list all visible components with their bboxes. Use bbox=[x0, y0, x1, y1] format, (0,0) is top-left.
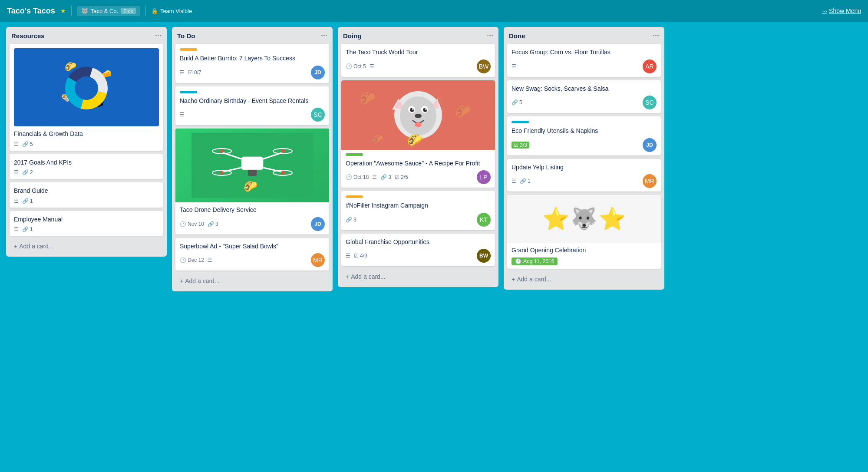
visibility-button[interactable]: 🔒 Team Visible bbox=[151, 8, 192, 14]
card-nacho[interactable]: Nacho Ordinary Birthday - Event Space Re… bbox=[175, 86, 329, 125]
svg-text:🌮: 🌮 bbox=[407, 133, 422, 147]
card-title-taco-tour: The Taco Truck World Tour bbox=[346, 48, 491, 57]
card-footer-eco: ☑ 3/3 JD bbox=[512, 138, 657, 152]
plus-icon-done: + bbox=[512, 276, 515, 283]
card-instagram[interactable]: #NoFiller Instagram Campaign 🔗 3 KT bbox=[341, 191, 495, 230]
card-title-awesome: Operation "Awesome Sauce" - A Recipe For… bbox=[346, 159, 491, 168]
card-employee[interactable]: Employee Manual ☰ 🔗 1 bbox=[10, 211, 163, 236]
workspace-badge: Free bbox=[121, 8, 136, 14]
card-title-grand: Grand Opening Celebration bbox=[512, 246, 657, 255]
workspace-icon: 🐺 bbox=[81, 8, 88, 14]
wolf-party-icon: 🐺 bbox=[571, 207, 597, 231]
column-header-todo: To Do ··· bbox=[172, 27, 333, 44]
divider-1 bbox=[71, 6, 72, 16]
card-footer-franchise: ☰ ☑ 4/9 BW bbox=[346, 249, 491, 263]
svg-point-41 bbox=[425, 108, 427, 110]
column-title-done: Done bbox=[509, 32, 525, 40]
add-card-resources[interactable]: + Add a card... bbox=[10, 239, 163, 253]
workspace-button[interactable]: 🐺 Taco & Co. Free bbox=[77, 6, 140, 16]
clock-icon-drone: 🕐 Nov 10 bbox=[180, 221, 204, 227]
card-goals[interactable]: 2017 Goals And KPIs ☰ 🔗 2 bbox=[10, 154, 163, 179]
avatar-awesome: LP bbox=[477, 170, 491, 184]
card-focus-group[interactable]: Focus Group: Corn vs. Flour Tortillas ☰ … bbox=[507, 44, 661, 77]
column-menu-done[interactable]: ··· bbox=[653, 31, 659, 40]
svg-point-8 bbox=[77, 79, 96, 98]
divider-2 bbox=[145, 6, 146, 16]
plus-icon-todo: + bbox=[180, 277, 183, 284]
card-footer-instagram: 🔗 3 KT bbox=[346, 213, 491, 227]
column-doing: Doing ··· The Taco Truck World Tour 🕐 Oc… bbox=[338, 27, 498, 287]
clock-icon-tour: 🕐 Oct 5 bbox=[346, 63, 366, 69]
card-franchise[interactable]: Global Franchise Opportunities ☰ ☑ 4/9 B… bbox=[341, 234, 495, 267]
card-cover-grand: ⭐ 🐺 ⭐ bbox=[507, 195, 661, 243]
card-footer-swag: 🔗 5 SC bbox=[512, 96, 657, 109]
card-awesome-sauce[interactable]: 🌮 🌮 🌮 🌮 bbox=[341, 80, 495, 188]
card-footer-focus-group: ☰ AR bbox=[512, 59, 657, 73]
card-financials[interactable]: 🌮 🧀 🌯 🌶 Fina bbox=[10, 44, 163, 151]
add-card-doing[interactable]: + Add a card... bbox=[341, 270, 495, 284]
desc-icon-nacho: ☰ bbox=[180, 112, 185, 118]
card-footer-grand: 🕐 Aug 11, 2016 bbox=[512, 257, 657, 265]
card-footer-nacho: ☰ SC bbox=[180, 108, 325, 122]
date-badge-grand: 🕐 Aug 11, 2016 bbox=[512, 257, 558, 265]
card-swag[interactable]: New Swag: Socks, Scarves & Salsa 🔗 5 SC bbox=[507, 80, 661, 113]
card-superbowl[interactable]: Superbowl Ad - "Super Salad Bowls" 🕐 Dec… bbox=[175, 238, 329, 271]
column-header-doing: Doing ··· bbox=[338, 27, 498, 44]
column-menu-todo[interactable]: ··· bbox=[321, 31, 327, 40]
show-menu-button[interactable]: ··· Show Menu bbox=[822, 7, 861, 14]
app-header: Taco's Tacos ★ 🐺 Taco & Co. Free 🔒 Team … bbox=[0, 0, 868, 22]
column-menu-doing[interactable]: ··· bbox=[487, 31, 493, 40]
label-bar-burrito bbox=[180, 48, 197, 51]
card-cover-wolf: 🌮 🌮 🌮 🌮 bbox=[341, 80, 495, 150]
column-title-resources: Resources bbox=[11, 32, 45, 40]
card-footer-goals: ☰ 🔗 2 bbox=[14, 169, 159, 175]
card-footer-drone: 🕐 Nov 10 🔗 3 JD bbox=[180, 217, 325, 231]
star-left-icon: ⭐ bbox=[542, 206, 569, 231]
card-burrito[interactable]: Build A Better Burrito: 7 Layers To Succ… bbox=[175, 44, 329, 83]
svg-point-40 bbox=[412, 108, 414, 110]
add-card-todo[interactable]: + Add a card... bbox=[175, 274, 329, 288]
card-meta-financials: ☰ 🔗 5 bbox=[14, 141, 33, 147]
card-title-nacho: Nacho Ordinary Birthday - Event Space Re… bbox=[180, 97, 325, 106]
desc-icon-superbowl: ☰ bbox=[208, 257, 212, 263]
header-right: ··· Show Menu bbox=[822, 7, 861, 14]
column-header-done: Done ··· bbox=[504, 27, 664, 44]
card-taco-tour[interactable]: The Taco Truck World Tour 🕐 Oct 5 ☰ BW bbox=[341, 44, 495, 77]
lock-icon: 🔒 bbox=[151, 8, 158, 14]
desc-icon-burrito: ☰ bbox=[180, 69, 185, 76]
clock-icon-grand: 🕐 bbox=[515, 258, 521, 264]
card-footer-employee: ☰ 🔗 1 bbox=[14, 226, 159, 232]
card-brand[interactable]: Brand Guide ☰ 🔗 1 bbox=[10, 182, 163, 208]
column-body-resources: 🌮 🧀 🌯 🌶 Fina bbox=[6, 44, 167, 253]
card-grand[interactable]: ⭐ 🐺 ⭐ Grand Opening Celebration 🕐 Aug 11… bbox=[507, 195, 661, 269]
card-eco[interactable]: Eco Friendly Utensils & Napkins ☑ 3/3 JD bbox=[507, 116, 661, 155]
card-title-swag: New Swag: Socks, Scarves & Salsa bbox=[512, 85, 657, 93]
attach-employee: 🔗 1 bbox=[22, 226, 33, 232]
desc-icon-yelp: ☰ bbox=[512, 178, 516, 184]
card-yelp[interactable]: Update Yelp Listing ☰ 🔗 1 MR bbox=[507, 159, 661, 192]
card-title-instagram: #NoFiller Instagram Campaign bbox=[346, 201, 491, 210]
svg-point-42 bbox=[415, 114, 422, 118]
add-card-done[interactable]: + Add a card... bbox=[507, 272, 661, 286]
svg-point-43 bbox=[415, 122, 422, 127]
column-menu-resources[interactable]: ··· bbox=[155, 31, 162, 40]
avatar-drone: JD bbox=[311, 217, 325, 231]
avatar-tour: BW bbox=[477, 59, 491, 73]
avatar-nacho: SC bbox=[311, 108, 325, 122]
avatar-eco: JD bbox=[643, 138, 657, 152]
label-bar-eco bbox=[512, 121, 529, 123]
svg-point-22 bbox=[281, 171, 284, 175]
checklist-badge-eco: ☑ 3/3 bbox=[512, 142, 529, 149]
plus-icon-doing: + bbox=[346, 273, 349, 280]
star-icon[interactable]: ★ bbox=[60, 7, 66, 14]
card-drone[interactable]: 🌮 Taco Drone Delivery Service 🕐 Nov 10 🔗… bbox=[175, 129, 329, 234]
avatar-burrito: JD bbox=[311, 66, 325, 79]
attach-financials: 🔗 5 bbox=[22, 141, 33, 147]
menu-dots-icon: ··· bbox=[822, 7, 827, 14]
column-title-doing: Doing bbox=[343, 32, 362, 40]
column-body-doing: The Taco Truck World Tour 🕐 Oct 5 ☰ BW bbox=[338, 44, 498, 284]
svg-rect-10 bbox=[241, 157, 263, 170]
card-footer-superbowl: 🕐 Dec 12 ☰ MR bbox=[180, 253, 325, 267]
card-footer-financials: ☰ 🔗 5 bbox=[14, 141, 159, 147]
svg-point-20 bbox=[281, 149, 284, 153]
